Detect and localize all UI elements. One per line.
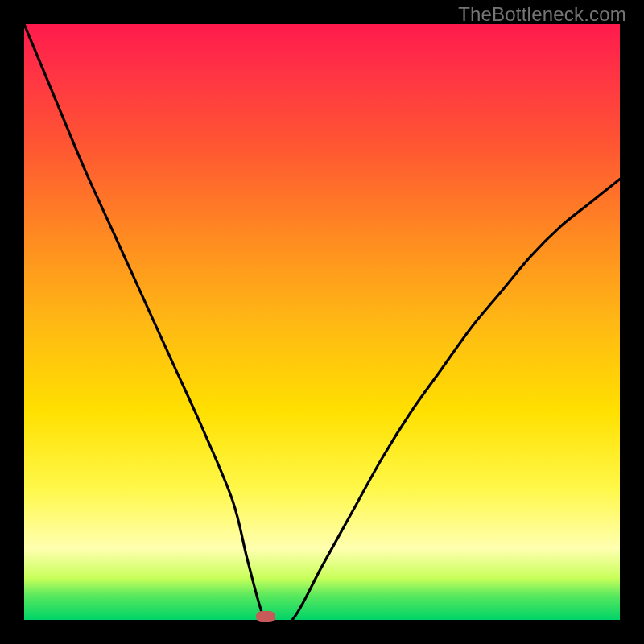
bottleneck-curve	[24, 24, 620, 620]
chart-frame: TheBottleneck.com	[0, 0, 644, 644]
watermark-text: TheBottleneck.com	[458, 3, 626, 26]
plot-area	[24, 24, 620, 620]
optimal-marker	[256, 611, 275, 622]
curve-svg	[24, 24, 620, 620]
